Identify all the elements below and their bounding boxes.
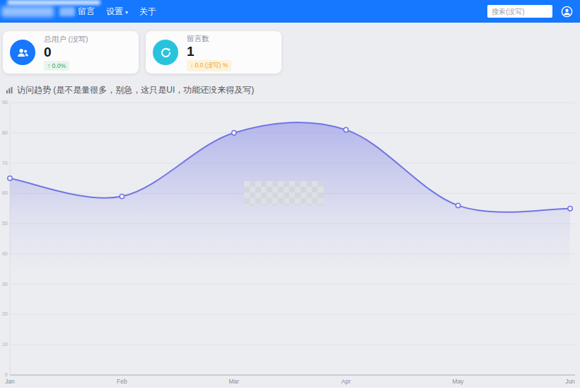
nav-item-settings[interactable]: 设置▾ (106, 6, 128, 18)
card-title: 留言数 (187, 34, 231, 44)
nav-item-messages[interactable]: 留言 (78, 6, 95, 18)
card-title: 总用户 (没写) (44, 35, 88, 45)
trend-up-badge: ↑ 0.0% (44, 61, 69, 71)
svg-text:0: 0 (5, 371, 8, 378)
stat-cards: 总用户 (没写) 0 ↑ 0.0% 留言数 1 ↓ 0.0 (没写) % (3, 31, 282, 74)
svg-text:30: 30 (2, 281, 8, 287)
nav-item-about[interactable]: 关于 (139, 6, 156, 18)
svg-text:90: 90 (2, 99, 8, 105)
refresh-icon (153, 40, 178, 65)
card-content: 留言数 1 ↓ 0.0 (没写) % (187, 34, 231, 71)
svg-text:Mar: Mar (228, 378, 239, 385)
svg-text:Jun: Jun (565, 378, 575, 385)
card-value: 0 (44, 45, 88, 59)
user-avatar-icon[interactable] (561, 6, 573, 18)
blurred-watermark (244, 181, 323, 205)
top-navbar: 留言 设置▾ 关于 (0, 0, 580, 23)
svg-text:Feb: Feb (117, 378, 127, 385)
bar-chart-icon (6, 86, 13, 94)
svg-text:50: 50 (2, 220, 8, 226)
nav-links: 留言 设置▾ 关于 (78, 6, 156, 18)
nav-item-settings-label: 设置 (106, 6, 123, 16)
chart-section-title: 访问趋势 (是不是量很多，别急，这只是UI，功能还没来得及写) (17, 84, 254, 96)
card-total-users: 总用户 (没写) 0 ↑ 0.0% (3, 31, 139, 74)
chevron-down-icon: ▾ (125, 9, 128, 16)
svg-text:60: 60 (2, 190, 8, 196)
svg-text:80: 80 (2, 129, 8, 136)
svg-text:40: 40 (2, 250, 8, 257)
card-message-count: 留言数 1 ↓ 0.0 (没写) % (146, 31, 282, 74)
card-value: 1 (187, 44, 231, 59)
blurred-brand-top (7, 0, 100, 5)
card-content: 总用户 (没写) 0 ↑ 0.0% (44, 35, 88, 71)
svg-text:Jan: Jan (5, 378, 15, 385)
svg-text:10: 10 (2, 341, 8, 347)
chart-section-header: 访问趋势 (是不是量很多，别急，这只是UI，功能还没来得及写) (6, 84, 254, 96)
svg-text:May: May (453, 378, 465, 385)
search-input[interactable] (487, 5, 552, 18)
trend-chart: 0102030405060708090JanFebMarAprMayJun (0, 98, 580, 388)
dashboard-page: 留言 设置▾ 关于 总用户 (没写 (0, 0, 580, 388)
blurred-badge (59, 7, 75, 16)
navbar-right (487, 5, 580, 18)
users-icon (10, 40, 35, 65)
trend-down-badge: ↓ 0.0 (没写) % (187, 60, 231, 71)
svg-text:20: 20 (2, 311, 8, 317)
svg-text:Apr: Apr (342, 378, 351, 385)
svg-text:70: 70 (2, 160, 8, 166)
blurred-brand (1, 6, 54, 17)
